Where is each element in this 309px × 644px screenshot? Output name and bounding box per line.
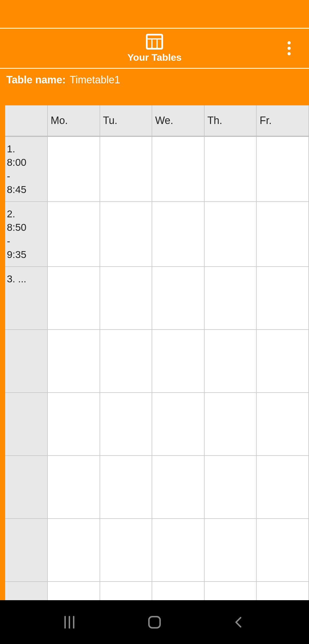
timetable-cell[interactable] <box>47 330 100 393</box>
timetable-cell[interactable] <box>256 393 309 456</box>
time-slot-label[interactable] <box>5 330 47 393</box>
timetable-cell[interactable] <box>47 582 100 600</box>
day-header-th[interactable]: Th. <box>204 105 257 136</box>
timetable-cell[interactable] <box>256 582 309 600</box>
timetable-cell[interactable] <box>47 202 100 267</box>
timetable-cell[interactable] <box>256 267 309 330</box>
time-slot-label[interactable]: 3. ... <box>5 267 47 330</box>
page-title: Your Tables <box>127 52 182 63</box>
time-slot-label[interactable] <box>5 582 47 600</box>
timetable-cell[interactable] <box>256 330 309 393</box>
timetable-row <box>5 393 309 456</box>
timetable-cell[interactable] <box>100 393 152 456</box>
timetable-cell[interactable] <box>204 136 257 202</box>
timetable-row <box>5 582 309 600</box>
status-bar <box>0 0 309 29</box>
timetable-corner-header <box>5 105 47 136</box>
app-bar: Your Tables <box>0 29 309 69</box>
navigation-bar <box>0 600 309 644</box>
timetable-cell[interactable] <box>204 519 257 582</box>
timetable-cell[interactable] <box>152 393 204 456</box>
timetable-row: 1. 8:00 - 8:45 <box>5 136 309 202</box>
timetable-cell[interactable] <box>256 519 309 582</box>
more-options-button[interactable] <box>283 40 295 57</box>
timetable-cell[interactable] <box>100 582 152 600</box>
time-slot-label[interactable]: 1. 8:00 - 8:45 <box>5 136 47 202</box>
time-slot-label[interactable] <box>5 519 47 582</box>
nav-recent-button[interactable] <box>64 616 77 629</box>
day-header-tu[interactable]: Tu. <box>100 105 152 136</box>
timetable-row <box>5 519 309 582</box>
timetable: Mo. Tu. We. Th. Fr. 1. 8:00 - 8:452. 8:5… <box>5 105 309 600</box>
timetable-cell[interactable] <box>204 330 257 393</box>
timetable-cell[interactable] <box>47 136 100 202</box>
timetable-cell[interactable] <box>204 202 257 267</box>
nav-home-button[interactable] <box>148 616 161 629</box>
timetable-cell[interactable] <box>47 393 100 456</box>
timetable-cell[interactable] <box>256 202 309 267</box>
timetable-row <box>5 456 309 519</box>
timetable-cell[interactable] <box>47 267 100 330</box>
timetable-cell[interactable] <box>100 456 152 519</box>
table-name-value: Timetable1 <box>70 74 120 86</box>
timetable-cell[interactable] <box>100 330 152 393</box>
timetable-cell[interactable] <box>204 393 257 456</box>
time-slot-label[interactable]: 2. 8:50 - 9:35 <box>5 202 47 267</box>
day-header-fr[interactable]: Fr. <box>256 105 309 136</box>
timetable-container: Mo. Tu. We. Th. Fr. 1. 8:00 - 8:452. 8:5… <box>5 105 309 600</box>
timetable-row: 2. 8:50 - 9:35 <box>5 202 309 267</box>
timetable-row: 3. ... <box>5 267 309 330</box>
timetable-cell[interactable] <box>100 202 152 267</box>
timetable-cell[interactable] <box>256 136 309 202</box>
timetable-cell[interactable] <box>152 582 204 600</box>
day-header-mo[interactable]: Mo. <box>47 105 100 136</box>
timetable-cell[interactable] <box>204 582 257 600</box>
timetable-cell[interactable] <box>100 519 152 582</box>
timetable-cell[interactable] <box>47 519 100 582</box>
app-logo-icon <box>146 34 163 50</box>
time-slot-label[interactable] <box>5 393 47 456</box>
timetable-cell[interactable] <box>152 330 204 393</box>
time-slot-label[interactable] <box>5 456 47 519</box>
timetable-cell[interactable] <box>152 202 204 267</box>
timetable-cell[interactable] <box>100 267 152 330</box>
timetable-cell[interactable] <box>152 519 204 582</box>
table-name-label: Table name: <box>6 74 66 86</box>
timetable-cell[interactable] <box>47 456 100 519</box>
day-header-we[interactable]: We. <box>152 105 204 136</box>
timetable-cell[interactable] <box>256 456 309 519</box>
nav-back-button[interactable] <box>232 616 245 629</box>
timetable-row <box>5 330 309 393</box>
timetable-cell[interactable] <box>152 267 204 330</box>
timetable-cell[interactable] <box>204 456 257 519</box>
timetable-cell[interactable] <box>100 136 152 202</box>
timetable-cell[interactable] <box>204 267 257 330</box>
timetable-cell[interactable] <box>152 456 204 519</box>
timetable-cell[interactable] <box>152 136 204 202</box>
table-name-bar: Table name: Timetable1 <box>0 69 309 105</box>
